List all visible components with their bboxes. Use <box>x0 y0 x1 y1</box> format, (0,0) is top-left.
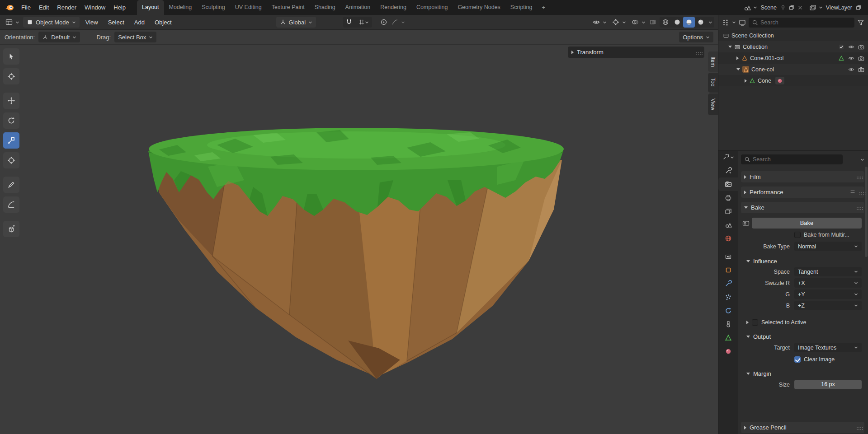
props-tab-world[interactable] <box>718 232 738 245</box>
props-tab-tool[interactable] <box>718 164 738 177</box>
disable-render-camera-icon[interactable] <box>858 44 864 50</box>
unlink-scene-icon[interactable] <box>797 5 803 11</box>
props-tab-object[interactable] <box>718 263 738 277</box>
viewlayer-icon[interactable] <box>809 4 816 11</box>
expand-icon[interactable] <box>744 191 746 194</box>
pin-icon[interactable] <box>780 5 786 11</box>
chevron-down-icon[interactable] <box>819 6 823 9</box>
mode-dropdown[interactable]: Object Mode <box>23 17 80 28</box>
tool-rotate[interactable] <box>3 112 19 129</box>
hide-eye-icon[interactable] <box>848 66 854 73</box>
clear-image-checkbox[interactable] <box>794 356 801 363</box>
shading-rendered-button[interactable] <box>695 17 707 28</box>
tab-rendering[interactable]: Rendering <box>375 0 411 15</box>
menu-file[interactable]: File <box>17 0 35 15</box>
tool-cursor[interactable] <box>3 68 19 84</box>
outliner-row-scene-collection[interactable]: Scene Collection <box>718 30 868 41</box>
collapse-icon[interactable] <box>746 336 750 338</box>
menu-edit[interactable]: Edit <box>35 0 53 15</box>
snap-toggle[interactable] <box>343 17 355 28</box>
props-tab-scene[interactable] <box>718 218 738 232</box>
expand-icon[interactable] <box>744 426 746 429</box>
hide-eye-icon[interactable] <box>848 55 854 61</box>
panel-margin[interactable]: Margin <box>741 369 864 378</box>
panel-influence[interactable]: Influence <box>741 256 864 266</box>
props-tab-material[interactable] <box>718 345 738 358</box>
expand-icon[interactable] <box>746 321 749 324</box>
new-viewlayer-icon[interactable] <box>855 5 862 11</box>
swizzle-r-dropdown[interactable]: +X <box>794 278 862 288</box>
editor-type-button[interactable] <box>4 17 21 28</box>
props-tab-particles[interactable] <box>718 290 738 304</box>
props-tab-data[interactable] <box>718 331 738 345</box>
disable-render-camera-icon[interactable] <box>858 55 864 61</box>
chevron-down-icon[interactable] <box>732 21 736 24</box>
properties-search[interactable] <box>741 154 843 164</box>
outliner-row-cone001col[interactable]: Cone.001-col <box>718 52 868 64</box>
bake-button[interactable]: Bake <box>752 218 862 229</box>
drag-orientation-dropdown[interactable]: Default <box>38 32 80 42</box>
panel-options-chevron-icon[interactable] <box>860 158 864 161</box>
selected-to-active-checkbox[interactable] <box>752 319 758 326</box>
overlays-dropdown[interactable] <box>630 17 647 28</box>
expand-icon[interactable] <box>744 175 746 179</box>
outliner-row-cone-mesh[interactable]: Cone <box>718 75 868 86</box>
menu-select[interactable]: Select <box>104 15 128 30</box>
visibility-dropdown[interactable] <box>591 17 608 28</box>
tab-scripting[interactable]: Scripting <box>505 0 538 15</box>
tab-compositing[interactable]: Compositing <box>411 0 453 15</box>
sidebar-tab-tool[interactable]: Tool <box>708 73 718 93</box>
tab-sculpting[interactable]: Sculpting <box>197 0 230 15</box>
tool-add-cube[interactable] <box>3 221 19 237</box>
target-dropdown[interactable]: Image Textures <box>794 343 862 352</box>
tab-shading[interactable]: Shading <box>310 0 340 15</box>
menu-object[interactable]: Object <box>151 15 176 30</box>
exclude-checkbox-icon[interactable] <box>838 44 844 50</box>
chevron-down-icon[interactable] <box>753 6 757 9</box>
expand-icon[interactable] <box>728 46 732 48</box>
properties-editor-type-button[interactable] <box>722 154 734 160</box>
expand-icon[interactable] <box>571 51 574 54</box>
menu-window[interactable]: Window <box>80 0 109 15</box>
proportional-editing-icon[interactable] <box>380 19 387 26</box>
shading-wireframe-button[interactable] <box>660 17 671 28</box>
menu-view[interactable]: View <box>81 15 102 30</box>
editor-outliner-icon[interactable] <box>722 19 729 26</box>
panel-film[interactable]: Film <box>741 171 864 182</box>
bake-from-multires-checkbox[interactable] <box>794 232 801 238</box>
collapse-icon[interactable] <box>744 206 748 209</box>
snap-target-dropdown[interactable] <box>355 17 372 28</box>
sidebar-tab-view[interactable]: View <box>708 93 718 115</box>
props-tab-render[interactable] <box>718 177 738 191</box>
tool-move[interactable] <box>3 93 19 109</box>
blender-logo-icon[interactable] <box>5 3 14 13</box>
props-tab-modifiers[interactable] <box>718 277 738 290</box>
xray-toggle-icon[interactable] <box>650 19 657 26</box>
outliner-row-collection[interactable]: Collection <box>718 41 868 52</box>
tab-modeling[interactable]: Modeling <box>164 0 197 15</box>
options-dropdown[interactable]: Options <box>679 32 713 42</box>
display-mode-icon[interactable] <box>739 19 746 26</box>
disable-render-camera-icon[interactable] <box>858 66 864 73</box>
transform-panel-header[interactable]: Transform <box>568 47 704 58</box>
panel-grip[interactable] <box>696 52 697 53</box>
swizzle-b-dropdown[interactable]: +Z <box>794 301 862 310</box>
material-slot[interactable] <box>775 77 784 84</box>
menu-render[interactable]: Render <box>53 0 80 15</box>
tool-transform[interactable] <box>3 152 19 168</box>
shading-material-button[interactable] <box>683 17 695 28</box>
panel-grip[interactable] <box>857 207 858 208</box>
collapse-icon[interactable] <box>746 373 750 375</box>
margin-size-field[interactable]: 16 px <box>794 380 862 389</box>
outliner-row-conecol[interactable]: Cone-col <box>718 64 868 75</box>
props-tab-collection[interactable] <box>718 250 738 263</box>
tab-animation[interactable]: Animation <box>340 0 376 15</box>
preset-list-icon[interactable] <box>849 189 856 196</box>
space-dropdown[interactable]: Tangent <box>794 267 862 276</box>
new-scene-icon[interactable] <box>788 5 795 11</box>
props-tab-output[interactable] <box>718 191 738 205</box>
menu-add[interactable]: Add <box>130 15 149 30</box>
chevron-down-icon[interactable] <box>708 21 712 24</box>
scene-icon[interactable] <box>744 4 751 11</box>
menu-help[interactable]: Help <box>109 0 130 15</box>
